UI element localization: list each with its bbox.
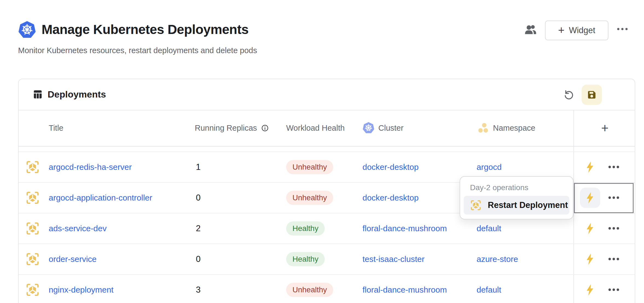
row-more-menu-icon[interactable]	[608, 166, 619, 168]
running-replicas-value: 2	[196, 213, 201, 244]
deployment-title-link[interactable]: argocd-application-controller	[49, 183, 152, 213]
add-column-button[interactable]: +	[574, 110, 636, 146]
cluster-link[interactable]: docker-desktop	[362, 183, 419, 213]
deployment-icon	[25, 221, 40, 236]
cluster-link[interactable]: floral-dance-mushroom	[362, 275, 447, 303]
cluster-link[interactable]: docker-desktop	[362, 152, 419, 182]
page-more-menu-icon[interactable]	[617, 28, 628, 30]
column-namespace[interactable]: Namespace	[478, 110, 535, 146]
day2-operations-popup: Day-2 operations Restart Deployment	[460, 176, 573, 219]
deployment-icon	[25, 190, 40, 205]
deployment-icon	[470, 199, 482, 211]
day2-operations-button[interactable]	[580, 280, 600, 300]
save-button[interactable]	[582, 85, 602, 105]
deployment-title-link[interactable]: argocd-redis-ha-server	[49, 152, 132, 182]
workload-health-cell: Unhealthy	[286, 152, 333, 182]
deployment-title-link[interactable]: nginx-deployment	[49, 275, 114, 303]
kubernetes-cluster-icon	[362, 122, 375, 134]
undo-icon[interactable]	[562, 88, 575, 101]
row-more-menu-icon[interactable]	[608, 288, 619, 291]
cluster-link[interactable]: test-isaac-cluster	[362, 244, 425, 274]
deployment-title-link[interactable]: order-service	[49, 244, 97, 274]
running-replicas-value: 0	[196, 244, 201, 274]
health-badge: Unhealthy	[286, 160, 333, 174]
table-icon	[33, 89, 43, 100]
deployment-title-link[interactable]: ads-service-dev	[49, 213, 107, 244]
namespace-icon	[478, 122, 489, 134]
workload-health-cell: Healthy	[286, 244, 325, 274]
restart-deployment-item[interactable]: Restart Deployment	[464, 196, 569, 215]
deployment-icon	[25, 282, 40, 297]
deployment-icon	[25, 160, 40, 175]
table-rows: argocd-redis-ha-server 1 Unhealthy docke…	[19, 146, 635, 303]
running-replicas-value: 0	[196, 183, 201, 213]
page-title: Manage Kubernetes Deployments	[42, 22, 248, 37]
table-row[interactable]: order-service 0 Healthy test-isaac-clust…	[19, 244, 635, 275]
table-row[interactable]: nginx-deployment 3 Unhealthy floral-danc…	[19, 275, 635, 303]
column-running-replicas[interactable]: Running Replicas	[195, 110, 269, 146]
kubernetes-icon	[18, 21, 36, 39]
deployment-icon	[25, 252, 40, 267]
users-icon[interactable]	[524, 24, 538, 36]
add-widget-button[interactable]: + Widget	[545, 21, 608, 40]
workload-health-cell: Healthy	[286, 213, 325, 244]
workload-health-cell: Unhealthy	[286, 183, 333, 213]
running-replicas-value: 1	[196, 152, 201, 182]
partially-scrolled-row	[19, 146, 635, 152]
health-badge: Unhealthy	[286, 283, 333, 297]
info-icon[interactable]	[261, 124, 269, 132]
card-header: Deployments	[19, 79, 635, 110]
row-more-menu-icon[interactable]	[608, 258, 619, 260]
column-workload-health[interactable]: Workload Health	[286, 110, 345, 146]
plus-icon: +	[558, 25, 564, 36]
health-badge: Healthy	[286, 221, 325, 236]
health-badge: Unhealthy	[286, 191, 333, 205]
popup-header: Day-2 operations	[470, 183, 528, 192]
column-title[interactable]: Title	[49, 110, 63, 146]
column-cluster[interactable]: Cluster	[362, 110, 404, 146]
workload-health-cell: Unhealthy	[286, 275, 333, 303]
cluster-link[interactable]: floral-dance-mushroom	[362, 213, 447, 244]
add-widget-label: Widget	[569, 25, 595, 35]
table-header-row: Title Running Replicas Workload Health	[19, 110, 635, 147]
kubernetes-deployments-page: Manage Kubernetes Deployments Monitor Ku…	[0, 0, 644, 303]
day2-operations-button[interactable]	[580, 188, 600, 208]
namespace-link[interactable]: default	[477, 275, 501, 303]
health-badge: Healthy	[286, 252, 325, 266]
day2-operations-button[interactable]	[580, 157, 600, 177]
restart-deployment-label: Restart Deployment	[488, 200, 568, 210]
row-more-menu-icon[interactable]	[608, 196, 619, 199]
running-replicas-value: 3	[196, 275, 201, 303]
page-subtitle: Monitor Kubernetes resources, restart de…	[18, 46, 257, 55]
card-title: Deployments	[48, 89, 106, 100]
day2-operations-button[interactable]	[580, 218, 600, 239]
row-more-menu-icon[interactable]	[608, 227, 619, 230]
day2-operations-button[interactable]	[580, 249, 600, 269]
namespace-link[interactable]: azure-store	[477, 244, 518, 274]
